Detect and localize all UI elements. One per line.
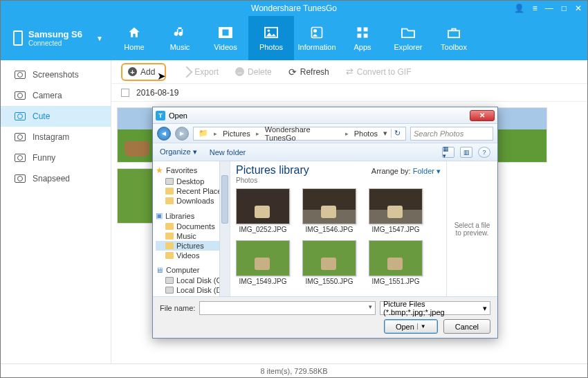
file-item[interactable]: IMG_1550.JPG xyxy=(302,240,356,285)
nav-item-disk-c[interactable]: Local Disk (C:) xyxy=(156,276,230,285)
nav-label: Documents xyxy=(176,222,215,231)
view-options-button[interactable]: ▦ ▾ xyxy=(442,147,454,158)
star-icon: ★ xyxy=(156,165,163,175)
nav-item-downloads[interactable]: Downloads xyxy=(156,196,230,206)
sidebar-item-snapseed[interactable]: Snapseed xyxy=(1,168,111,189)
delete-button[interactable]: –Delete xyxy=(235,67,272,77)
gif-icon: ⇄ xyxy=(346,66,353,77)
tab-toolbox[interactable]: Toolbox xyxy=(431,16,477,60)
camera-icon xyxy=(15,112,26,120)
tab-home[interactable]: Home xyxy=(111,16,157,60)
breadcrumb-part[interactable]: Pictures xyxy=(221,129,252,138)
breadcrumb-dropdown-icon[interactable]: ▾ xyxy=(381,129,389,138)
folder-icon xyxy=(165,188,174,195)
file-item[interactable]: IMG_1549.JPG xyxy=(236,240,290,285)
breadcrumb-refresh-icon[interactable]: ↻ xyxy=(391,129,403,138)
menu-icon[interactable]: ≡ xyxy=(533,3,537,13)
dialog-close-button[interactable]: ✕ xyxy=(470,110,495,121)
svg-point-1 xyxy=(268,30,270,33)
file-item[interactable]: IMG_1551.JPG xyxy=(369,240,423,285)
close-icon[interactable]: ✕ xyxy=(575,3,582,13)
sidebar-item-label: Cute xyxy=(33,111,50,121)
status-bar: 8 item(s), 729.58KB xyxy=(1,363,587,377)
nav-label: Videos xyxy=(176,251,199,260)
search-input[interactable]: Search Photos xyxy=(410,127,493,141)
home-icon xyxy=(126,25,143,40)
tab-label: Videos xyxy=(214,43,237,51)
nav-item-recent[interactable]: Recent Places xyxy=(156,186,230,196)
new-folder-button[interactable]: New folder xyxy=(210,148,246,156)
user-icon[interactable]: 👤 xyxy=(514,3,524,13)
svg-rect-8 xyxy=(448,30,459,37)
refresh-icon: ⟳ xyxy=(288,66,297,78)
chevron-down-icon[interactable]: ▼ xyxy=(417,323,426,330)
export-button[interactable]: Export xyxy=(183,67,219,77)
open-button[interactable]: Open▼ xyxy=(384,319,438,334)
tab-information[interactable]: Information xyxy=(294,16,340,60)
open-file-dialog: T Open ✕ ◄ ► 📁▸ Pictures▸ Wondershare Tu… xyxy=(152,107,498,339)
preview-pane-button[interactable]: ▥ xyxy=(460,147,472,158)
filter-text: Picture Files (*.bmp;*.jpg;*.jpeg xyxy=(383,300,483,316)
maximize-icon[interactable]: □ xyxy=(562,3,567,13)
nav-computer[interactable]: 🖥Computer xyxy=(156,264,230,276)
tab-explorer[interactable]: Explorer xyxy=(385,16,431,60)
nav-back-button[interactable]: ◄ xyxy=(157,127,171,141)
sidebar: Screenshots Camera Cute Instagram Funny … xyxy=(1,60,111,363)
device-selector[interactable]: Samsung S6 Connected ▼ xyxy=(1,16,111,60)
nav-item-music[interactable]: Music xyxy=(156,231,230,241)
nav-item-disk-d[interactable]: Local Disk (D:) xyxy=(156,285,230,295)
breadcrumb-part[interactable]: Photos xyxy=(352,129,380,138)
nav-scrollbar[interactable] xyxy=(219,161,230,296)
tab-music[interactable]: Music xyxy=(157,16,203,60)
refresh-label: Refresh xyxy=(300,67,329,77)
file-item[interactable]: IMG_1547.JPG xyxy=(369,188,423,233)
nav-item-videos[interactable]: Videos xyxy=(156,251,230,260)
nav-label: Computer xyxy=(166,266,199,274)
nav-label: Recent Places xyxy=(176,187,226,195)
breadcrumb[interactable]: 📁▸ Pictures▸ Wondershare TunesGo▸ Photos… xyxy=(193,127,406,141)
library-sub: Photos xyxy=(236,177,441,184)
breadcrumb-part[interactable]: Wondershare TunesGo xyxy=(263,125,342,142)
file-item[interactable]: IMG_1546.JPG xyxy=(302,188,356,233)
nav-forward-button[interactable]: ► xyxy=(175,127,189,141)
cancel-button[interactable]: Cancel xyxy=(443,319,490,334)
nav-favorites[interactable]: ★Favorites xyxy=(156,164,230,177)
file-name: IMG_0252.JPG xyxy=(239,226,287,233)
sidebar-item-cute[interactable]: Cute xyxy=(1,106,111,127)
tab-photos[interactable]: Photos xyxy=(248,16,294,60)
file-name-input[interactable] xyxy=(199,301,376,315)
dialog-titlebar[interactable]: T Open ✕ xyxy=(153,107,497,124)
nav-label: Libraries xyxy=(165,212,194,220)
minimize-icon[interactable]: — xyxy=(545,3,553,13)
file-item[interactable]: IMG_0252.JPG xyxy=(236,188,290,233)
title-bar: Wondershare TunesGo 👤 ≡ — □ ✕ xyxy=(1,1,587,16)
convert-gif-button[interactable]: ⇄Convert to GIF xyxy=(346,66,412,77)
sidebar-item-camera[interactable]: Camera xyxy=(1,85,111,106)
refresh-button[interactable]: ⟳Refresh xyxy=(288,66,329,78)
add-label: Add xyxy=(140,67,155,77)
tab-label: Home xyxy=(124,43,144,51)
add-button[interactable]: + Add ➤ xyxy=(121,63,166,81)
tab-videos[interactable]: Videos xyxy=(203,16,248,60)
arrange-by[interactable]: Arrange by: Folder ▾ xyxy=(371,167,441,176)
nav-label: Pictures xyxy=(176,242,204,250)
sidebar-item-instagram[interactable]: Instagram xyxy=(1,127,111,147)
nav-libraries[interactable]: ▣Libraries xyxy=(156,210,230,222)
sidebar-item-screenshots[interactable]: Screenshots xyxy=(1,64,111,85)
search-placeholder: Search Photos xyxy=(414,129,463,138)
file-type-filter[interactable]: Picture Files (*.bmp;*.jpg;*.jpeg▾ xyxy=(380,301,490,315)
desktop-icon xyxy=(165,178,174,185)
tab-apps[interactable]: Apps xyxy=(340,16,385,60)
tab-label: Explorer xyxy=(394,43,423,51)
select-all-checkbox[interactable] xyxy=(121,89,129,97)
organize-button[interactable]: Organize ▾ xyxy=(160,147,197,156)
nav-item-desktop[interactable]: Desktop xyxy=(156,177,230,186)
nav-item-documents[interactable]: Documents xyxy=(156,222,230,231)
help-button[interactable]: ? xyxy=(478,147,490,158)
nav-item-pictures[interactable]: Pictures xyxy=(156,241,230,251)
sidebar-item-label: Camera xyxy=(33,91,62,100)
nav-label: Downloads xyxy=(176,197,214,205)
sidebar-item-funny[interactable]: Funny xyxy=(1,147,111,168)
cursor-icon: ➤ xyxy=(157,70,166,82)
camera-icon xyxy=(15,174,26,183)
